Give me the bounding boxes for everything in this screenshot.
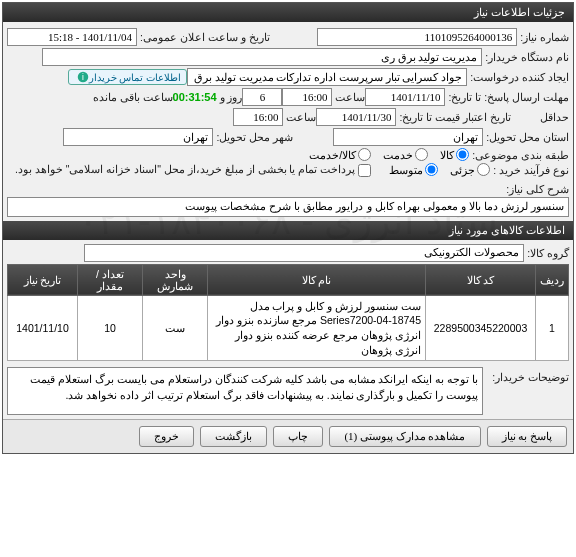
time-label-2: ساعت (286, 111, 316, 123)
class-radio-group: کالا خدمت کالا/خدمت (301, 148, 469, 161)
cell-name: ست سنسور لرزش و کابل و پراب مدل Series72… (208, 295, 426, 361)
table-row[interactable]: 1 2289500345220003 ست سنسور لرزش و کابل … (8, 295, 569, 361)
cell-code: 2289500345220003 (426, 295, 536, 361)
process-small-option[interactable]: جزئی (450, 163, 490, 176)
th-name: نام کالا (208, 264, 426, 295)
print-button[interactable]: چاپ (273, 426, 323, 447)
pay-note: پرداخت تمام یا بخشی از مبلغ خرید،از محل … (15, 163, 355, 175)
days-label: روز و (220, 91, 243, 103)
need-no-label: شماره نیاز: (520, 31, 569, 43)
info-icon: i (77, 71, 89, 83)
time-label-1: ساعت (335, 91, 365, 103)
panel-body: ستاد انرژی - ۱۸۴۰۰۶۸-۰۲۱ شماره نیاز: تار… (3, 22, 573, 419)
city-label: شهر محل تحویل: (216, 131, 293, 143)
loc-field[interactable] (333, 128, 483, 146)
class-goods-radio[interactable] (456, 148, 469, 161)
contact-badge[interactable]: اطلاعات تماس خریدار i (68, 69, 188, 85)
deadline-date[interactable] (365, 88, 445, 106)
remain-label: ساعت باقی مانده (93, 91, 173, 103)
class-goods-option[interactable]: کالا (440, 148, 469, 161)
button-bar: پاسخ به نیاز مشاهده مدارک پیوستی (1) چاپ… (3, 419, 573, 453)
th-unit: واحد شمارش (143, 264, 208, 295)
class-label: طبقه بندی موضوعی: (472, 149, 569, 161)
desc-label: شرح کلی نیاز: (10, 183, 569, 195)
validity-date[interactable] (316, 108, 396, 126)
svg-text:i: i (82, 73, 84, 82)
process-radio-group: جزئی متوسط (381, 163, 490, 176)
pay-note-option[interactable]: پرداخت تمام یا بخشی از مبلغ خرید،از محل … (12, 163, 371, 177)
th-qty: تعداد / مقدار (78, 264, 143, 295)
desc-field[interactable] (7, 197, 569, 217)
need-no-field[interactable] (317, 28, 517, 46)
creator-label: ایجاد کننده درخواست: (470, 71, 569, 83)
th-date: تاریخ نیاز (8, 264, 78, 295)
days-field[interactable] (242, 88, 282, 106)
group-field[interactable] (84, 244, 524, 262)
validity-label: تاریخ اعتبار قیمت تا تاریخ: (399, 111, 511, 123)
announce-field[interactable] (7, 28, 137, 46)
view-attach-button[interactable]: مشاهده مدارک پیوستی (1) (329, 426, 480, 447)
class-service-option[interactable]: خدمت (383, 148, 428, 161)
deadline-label: مهلت ارسال پاسخ: تا تاریخ: (448, 91, 569, 103)
items-table: ردیف کد کالا نام کالا واحد شمارش تعداد /… (7, 264, 569, 362)
respond-button[interactable]: پاسخ به نیاز (487, 426, 568, 447)
th-code: کد کالا (426, 264, 536, 295)
buyer-field[interactable] (42, 48, 482, 66)
deadline-time[interactable] (282, 88, 332, 106)
creator-field[interactable] (187, 68, 467, 86)
process-med-option[interactable]: متوسط (389, 163, 438, 176)
cell-idx: 1 (536, 295, 569, 361)
min-label: حداقل (514, 111, 569, 123)
process-small-radio[interactable] (477, 163, 490, 176)
announce-label: تاریخ و ساعت اعلان عمومی: (140, 31, 270, 43)
class-both-radio[interactable] (358, 148, 371, 161)
pay-note-checkbox[interactable] (358, 164, 371, 177)
items-section-title: اطلاعات کالاهای مورد نیاز (3, 221, 573, 240)
class-both-option[interactable]: کالا/خدمت (309, 148, 371, 161)
cell-date: 1401/11/10 (8, 295, 78, 361)
process-label: نوع فرآیند خرید : (493, 164, 569, 176)
city-field[interactable] (63, 128, 213, 146)
validity-time[interactable] (233, 108, 283, 126)
remain-time: 00:31:54 (173, 91, 217, 103)
loc-label: استان محل تحویل: (486, 131, 569, 143)
exit-button[interactable]: خروج (139, 426, 194, 447)
panel-title: جزئیات اطلاعات نیاز (3, 3, 573, 22)
process-med-radio[interactable] (425, 163, 438, 176)
back-button[interactable]: بازگشت (200, 426, 267, 447)
contact-badge-label: اطلاعات تماس خریدار (89, 72, 182, 83)
need-details-panel: جزئیات اطلاعات نیاز ستاد انرژی - ۱۸۴۰۰۶۸… (2, 2, 574, 454)
cell-unit: ست (143, 295, 208, 361)
cell-qty: 10 (78, 295, 143, 361)
th-idx: ردیف (536, 264, 569, 295)
buyer-desc-box: با توجه به اینکه ایرانکد مشابه می باشد ک… (7, 367, 483, 415)
buyer-desc-label: توضیحات خریدار: (492, 367, 569, 383)
table-header-row: ردیف کد کالا نام کالا واحد شمارش تعداد /… (8, 264, 569, 295)
buyer-label: نام دستگاه خریدار: (485, 51, 569, 63)
group-label: گروه کالا: (527, 247, 569, 259)
class-service-radio[interactable] (415, 148, 428, 161)
